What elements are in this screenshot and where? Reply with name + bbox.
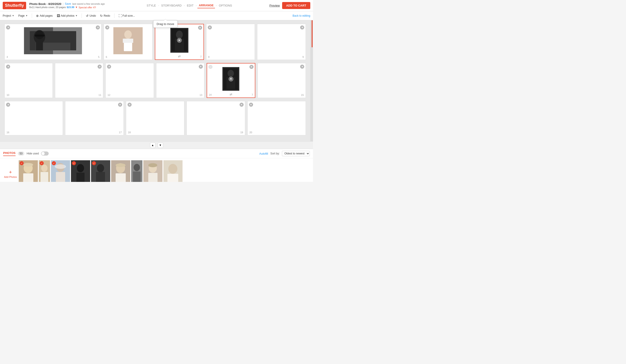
page-num-20: 20 (249, 131, 252, 134)
page-card-18[interactable]: ✕ 18 (126, 101, 184, 135)
photo-check-2: ✓ (40, 161, 44, 165)
back-to-editing-link[interactable]: Back to editing (292, 14, 310, 17)
close-page-11[interactable]: ✕ (98, 65, 102, 69)
close-page-19[interactable]: ✕ (239, 103, 244, 107)
close-page-14-left[interactable]: ○ (208, 65, 212, 69)
redo-btn[interactable]: ↻ Redo (100, 14, 110, 18)
preview-link[interactable]: Preview (269, 4, 280, 7)
nav-options[interactable]: OPTIONS (217, 3, 234, 8)
page-card-16[interactable]: ✕ 16 (4, 101, 63, 135)
remove-photo-7[interactable]: ✕ (177, 38, 182, 43)
photos-tab[interactable]: PHOTOS (3, 151, 16, 156)
close-page-13[interactable]: ✕ (199, 65, 203, 69)
special-offer-link[interactable]: Special offer 🏷 (79, 6, 96, 9)
close-page-12[interactable]: ✕ (107, 65, 111, 69)
save-link[interactable]: Save (65, 2, 71, 5)
close-page-10[interactable]: ✕ (6, 65, 10, 69)
page-card-7[interactable]: ✕ ✕ ⇄ 7 (155, 24, 204, 60)
thumb-photo-8-svg (143, 160, 162, 182)
close-page-20[interactable]: ✕ (249, 103, 253, 107)
photos-count: 53 (18, 152, 24, 156)
close-page-15[interactable]: ✕ (300, 65, 304, 69)
collapse-up-btn[interactable]: ▲ (150, 142, 156, 148)
nav-edit[interactable]: EDIT (186, 3, 195, 8)
close-page-7[interactable]: ✕ (198, 26, 202, 30)
svg-rect-48 (148, 173, 157, 182)
header-subtitle: 8x11 Hard photo cover, 20 pages $23.99 ▼… (29, 6, 105, 9)
add-to-cart-button[interactable]: ADD TO CART (282, 2, 310, 9)
page-card-20[interactable]: ✕ 20 (247, 101, 306, 135)
hide-used-label: Hide used (27, 152, 39, 155)
page-card-17[interactable]: ✕ 17 (65, 101, 123, 135)
undo-btn[interactable]: ↺ Undo (86, 14, 96, 18)
page-card-8[interactable]: ✕ 8 (206, 24, 255, 60)
svg-rect-23 (23, 173, 33, 182)
svg-rect-30 (56, 172, 65, 182)
svg-point-15 (176, 31, 183, 39)
page-card-4-5[interactable]: ✕ ✕ 4 5 (4, 24, 101, 60)
shutterfly-logo[interactable]: Shutterfly (3, 2, 26, 9)
hide-used-toggle[interactable] (41, 152, 49, 156)
svg-point-49 (148, 163, 157, 167)
project-dropdown[interactable]: Project ▼ (3, 14, 14, 17)
photo-thumb-1[interactable]: ✓ (19, 160, 38, 182)
page-num-12: 12 (108, 94, 110, 96)
svg-point-31 (55, 164, 66, 169)
photo-thumb-6[interactable] (111, 160, 130, 182)
add-photos-strip-btn[interactable]: + Add Photos (3, 168, 18, 179)
tooltip-box: Drag to move (153, 20, 178, 28)
toolbar: Project ▼ Page ▼ ⊕ Add pages 🖼 Add photo… (0, 11, 313, 20)
page-card-13[interactable]: ✕ 13 (156, 63, 204, 98)
page-dropdown[interactable]: Page ▼ (18, 14, 28, 17)
add-photos-icon: 🖼 (57, 14, 60, 18)
collapse-down-btn[interactable]: ▼ (158, 142, 163, 148)
close-page-4-left[interactable]: ✕ (6, 26, 10, 30)
close-page-18[interactable]: ✕ (127, 103, 132, 107)
sort-label: Sort by: (271, 152, 280, 155)
page-card-14[interactable]: ○ ✕ ✕ ⇄ 7 14 (207, 63, 255, 98)
nav-arrange[interactable]: ARRANGE (197, 3, 215, 8)
close-page-16[interactable]: ✕ (6, 103, 10, 107)
autofill-btn[interactable]: Autofill (259, 152, 268, 155)
photo-check-4: ✓ (72, 161, 76, 165)
remove-photo-14[interactable]: ✕ (229, 76, 234, 81)
nav-storyboard[interactable]: STORYBOARD (160, 3, 183, 8)
photo-thumb-5[interactable]: ✓ (91, 160, 110, 182)
page-num-8: 8 (208, 56, 210, 58)
pages-row-3: ✕ 16 ✕ 17 ✕ 18 ✕ 19 ✕ 20 (4, 101, 306, 135)
svg-rect-27 (40, 172, 48, 182)
page-num-14: 14 (209, 94, 212, 96)
nav-style[interactable]: STYLE (145, 3, 157, 8)
page-card-12[interactable]: ✕ 12 (106, 63, 154, 98)
photo-thumb-7[interactable] (131, 160, 142, 182)
close-page-14-right[interactable]: ✕ (249, 65, 254, 69)
page-card-6[interactable]: ✕ 6 (104, 24, 152, 60)
page-card-11[interactable]: ✕ 11 (55, 63, 103, 98)
page-card-19[interactable]: ✕ 19 (187, 101, 245, 135)
add-pages-btn[interactable]: ⊕ Add pages (36, 14, 52, 18)
close-page-9[interactable]: ✕ (300, 26, 304, 30)
photo-check-1: ✓ (20, 161, 24, 165)
photo-thumb-2[interactable]: ✓ (39, 160, 50, 182)
photo-thumb-8[interactable] (143, 160, 162, 182)
close-page-8[interactable]: ✕ (208, 26, 212, 30)
fullscreen-btn[interactable]: ⛶ Full scre... (118, 14, 135, 18)
page-card-15[interactable]: ✕ 15 (258, 63, 306, 98)
page-card-10[interactable]: ✕ 10 (4, 63, 53, 98)
page-14-photo-wrap: ✕ (211, 67, 251, 91)
page-card-9[interactable]: ✕ 9 (257, 24, 306, 60)
svg-rect-45 (133, 171, 141, 182)
close-page-17[interactable]: ✕ (118, 103, 122, 107)
photo-thumb-9[interactable] (163, 160, 183, 182)
photo-thumb-4[interactable]: ✓ (71, 160, 90, 182)
sort-select[interactable]: Oldest to newest Newest to oldest By fil… (282, 151, 310, 156)
bw-landscape-photo-svg (8, 27, 98, 54)
toolbar-divider-3 (114, 13, 115, 18)
add-photos-toolbar-btn[interactable]: 🖼 Add photos ▼ (57, 14, 78, 18)
fullscreen-icon: ⛶ (118, 14, 122, 18)
photo-thumb-3[interactable]: ✓ (51, 160, 70, 182)
close-page-4-right[interactable]: ✕ (96, 26, 100, 30)
shuffle-icon-7: ⇄ (178, 55, 181, 58)
svg-rect-6 (35, 35, 45, 37)
photos-panel-header: PHOTOS 53 Hide used Autofill Sort by: Ol… (0, 149, 313, 158)
